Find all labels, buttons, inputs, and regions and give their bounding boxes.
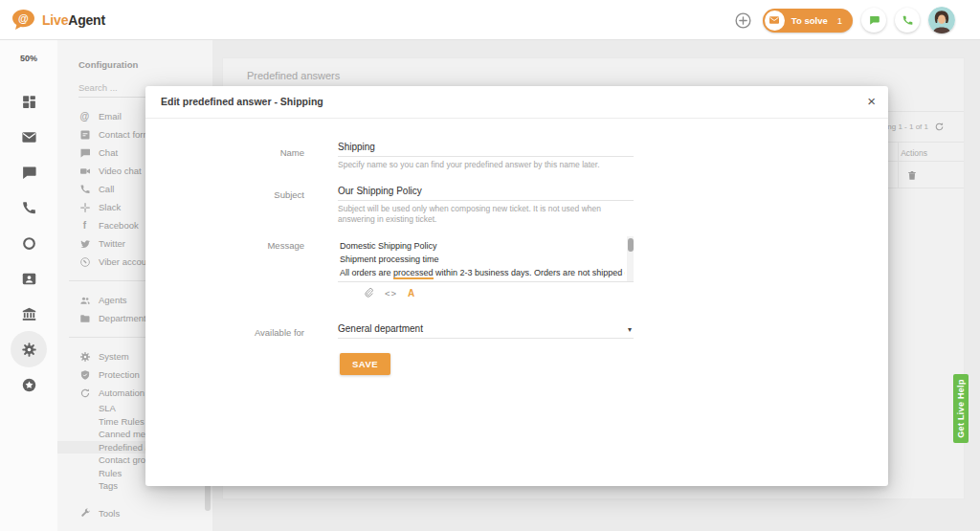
sidebar-item-label: Video chat — [99, 166, 142, 176]
rail-ring-icon[interactable] — [17, 232, 40, 254]
videocam-icon — [78, 166, 91, 177]
font-color-icon[interactable]: A — [408, 288, 414, 299]
subject-label: Subject — [145, 189, 304, 200]
sidebar-item-label: Chat — [99, 147, 118, 158]
rail-star-icon[interactable] — [17, 373, 40, 396]
message-scrollbar-thumb[interactable] — [628, 238, 634, 252]
people-icon — [78, 295, 91, 306]
name-label: Name — [145, 147, 304, 158]
rail-phone-icon[interactable] — [17, 196, 40, 219]
message-scrollbar-track — [627, 236, 634, 282]
message-line-3: All orders are processed within 2-3 busi… — [338, 266, 625, 279]
code-view-icon[interactable]: <> — [385, 288, 397, 299]
to-solve-button[interactable]: To solve 1 — [763, 9, 853, 33]
to-solve-count: 1 — [837, 15, 842, 26]
sidebar-title: Configuration — [78, 59, 212, 70]
sidebar-item-tools[interactable]: Tools — [78, 504, 212, 522]
navigation-rail: 50% — [0, 40, 57, 531]
sidebar-item-label: Twitter — [99, 238, 125, 249]
sidebar-item-label: Slack — [99, 202, 121, 212]
message-toolbar: <> A — [363, 286, 414, 299]
get-live-help-button[interactable]: Get Live Help — [953, 374, 969, 443]
to-solve-label: To solve — [791, 15, 828, 26]
trash-icon[interactable] — [906, 168, 918, 181]
facebook-icon: f — [78, 220, 91, 232]
zoom-level-label: 50% — [0, 54, 57, 63]
rail-gear-icon[interactable] — [11, 331, 47, 367]
sidebar-item-label: Departments — [99, 313, 150, 323]
refresh-icon — [78, 387, 91, 399]
sidebar-item-label: Facebook — [99, 220, 139, 231]
chat-icon — [78, 147, 91, 159]
name-help-text: Specify name so you can find your predef… — [338, 160, 634, 170]
modal-title: Edit predefined answer - Shipping — [161, 96, 323, 107]
to-solve-envelope-icon — [765, 11, 785, 31]
page-title: Predefined answers — [247, 70, 340, 81]
twitter-icon — [78, 238, 91, 250]
available-for-value: General department — [338, 323, 634, 339]
message-label: Message — [145, 240, 304, 251]
phone-icon — [78, 184, 91, 195]
wrench-icon — [78, 507, 91, 519]
sidebar-item-label: Protection — [99, 369, 140, 380]
svg-text:@: @ — [18, 12, 29, 24]
rail-grid-icon[interactable] — [17, 90, 40, 113]
gear-icon — [78, 351, 91, 363]
viber-icon — [78, 256, 91, 268]
chats-button[interactable] — [861, 8, 886, 33]
slack-icon — [78, 202, 91, 213]
add-button[interactable] — [733, 10, 754, 31]
sidebar-item-label: Agents — [99, 295, 127, 305]
folder-icon — [78, 313, 91, 324]
shield-icon — [78, 369, 91, 381]
logo-text: LiveAgent — [42, 12, 105, 28]
rail-chat-icon[interactable] — [17, 161, 40, 184]
logo-bubble-icon: @ — [11, 9, 35, 31]
close-icon[interactable]: × — [867, 91, 876, 112]
name-field-group: Shipping Specify name so you can find yo… — [338, 142, 634, 170]
save-button[interactable]: SAVE — [340, 353, 390, 375]
subject-field-group: Our Shipping Policy Subject will be used… — [338, 186, 634, 225]
topbar: @ LiveAgent To solve 1 — [0, 0, 980, 40]
chevron-down-icon: ▾ — [628, 325, 632, 334]
name-input[interactable]: Shipping — [338, 142, 634, 157]
get-live-help-label: Get Live Help — [956, 379, 966, 437]
rail-mail-icon[interactable] — [17, 125, 40, 148]
calls-button[interactable] — [895, 8, 920, 33]
available-for-select[interactable]: General department ▾ — [338, 323, 634, 339]
actions-column-header: Actions — [901, 148, 927, 158]
sidebar-item-label: Contact form — [99, 129, 150, 140]
sidebar-item-label: Automation — [99, 387, 145, 398]
modal-header-divider — [145, 118, 888, 119]
attachment-icon[interactable] — [363, 286, 374, 299]
sidebar-item-label: System — [99, 351, 129, 362]
subject-help-text: Subject will be used only when composing… — [338, 204, 634, 225]
at-icon: @ — [78, 111, 91, 122]
message-textarea[interactable]: Domestic Shipping Policy Shipment proces… — [338, 236, 634, 282]
edit-predefined-answer-modal: Edit predefined answer - Shipping × Name… — [145, 86, 888, 486]
available-for-label: Available for — [145, 327, 304, 338]
avatar[interactable] — [928, 7, 955, 33]
message-line-2: Shipment processing time — [338, 253, 625, 266]
sidebar-item-label: Call — [99, 184, 114, 194]
sidebar-item-label: Tools — [99, 508, 120, 519]
rail-card-icon[interactable] — [17, 267, 40, 290]
subject-input[interactable]: Our Shipping Policy — [338, 186, 634, 201]
refresh-icon[interactable] — [934, 122, 945, 132]
liveagent-logo[interactable]: @ LiveAgent — [11, 9, 105, 31]
rail-bank-icon[interactable] — [17, 302, 40, 325]
sidebar-item-label: Email — [99, 111, 122, 122]
message-line-1: Domestic Shipping Policy — [338, 239, 625, 253]
form-icon — [78, 129, 91, 141]
spellcheck-underline: processed — [393, 268, 434, 279]
